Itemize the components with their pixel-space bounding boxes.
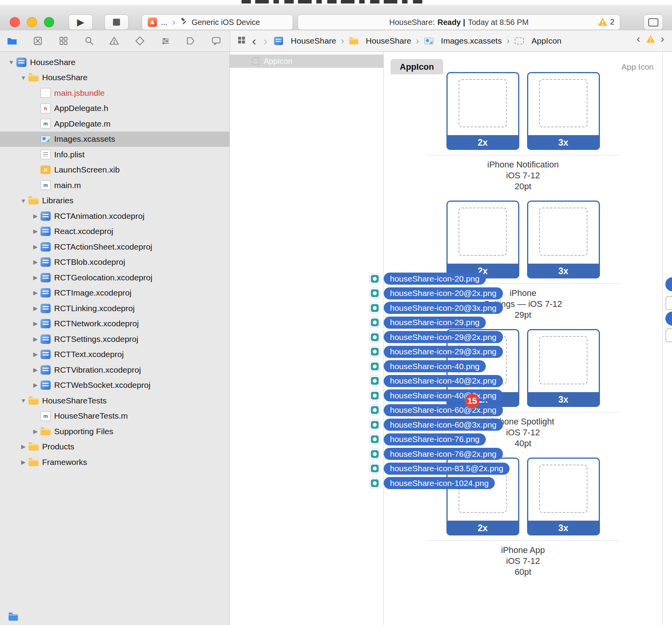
back-chevron[interactable]: ‹: [251, 35, 257, 47]
tree-row-housesharetests-m[interactable]: mHouseShareTests.m: [0, 408, 229, 424]
disclosure-closed-icon[interactable]: ▶: [18, 459, 28, 466]
source-control-navigator-icon[interactable]: [32, 35, 44, 47]
breadcrumb-houseshare[interactable]: HouseShare: [273, 36, 336, 46]
disclosure-closed-icon[interactable]: ▶: [30, 382, 41, 389]
tree-row-rctactionsheet-xcodeproj[interactable]: ▶RCTActionSheet.xcodeproj: [0, 239, 229, 255]
dragged-file-houseshare-icon-29-2x-png[interactable]: houseShare-icon-29@2x.png: [369, 331, 503, 343]
find-navigator-icon[interactable]: [83, 35, 95, 47]
debug-navigator-icon[interactable]: [160, 35, 171, 47]
tree-row-rcttext-xcodeproj[interactable]: ▶RCTText.xcodeproj: [0, 347, 229, 363]
dragged-file-houseshare-icon-60-2x-png[interactable]: houseShare-icon-60@2x.png: [369, 404, 503, 416]
tree-row-rctnetwork-xcodeproj[interactable]: ▶RCTNetwork.xcodeproj: [0, 316, 229, 332]
tree-row-react-xcodeproj[interactable]: ▶React.xcodeproj: [0, 224, 229, 239]
warning-icon[interactable]: [646, 35, 655, 43]
tree-row-main-jsbundle[interactable]: main.jsbundle: [0, 85, 229, 101]
stop-button[interactable]: [104, 14, 129, 30]
dragged-file-houseshare-icon-20-2x-png[interactable]: houseShare-icon-20@2x.png: [369, 287, 503, 299]
tree-row-frameworks[interactable]: ▶Frameworks: [0, 454, 229, 470]
editor-layout-button[interactable]: [644, 14, 663, 30]
tree-row-images-xcassets[interactable]: Images.xcassets: [0, 132, 229, 147]
disclosure-closed-icon[interactable]: ▶: [30, 366, 41, 373]
disclosure-closed-icon[interactable]: ▶: [30, 351, 41, 358]
previous-issue-chevron[interactable]: ‹: [636, 33, 641, 44]
tree-row-rctvibration-xcodeproj[interactable]: ▶RCTVibration.xcodeproj: [0, 362, 229, 378]
disclosure-closed-icon[interactable]: ▶: [30, 336, 41, 343]
dragged-filename-pill: houseShare-icon-76@2x.png: [384, 448, 503, 460]
tree-row-main-m[interactable]: mmain.m: [0, 178, 229, 193]
disclosure-open-icon[interactable]: ▼: [18, 397, 28, 404]
disclosure-closed-icon[interactable]: ▶: [30, 274, 41, 281]
scheme-selector[interactable]: ... › Generic iOS Device: [142, 14, 293, 30]
dragged-file-houseshare-icon-20-png[interactable]: houseShare-icon-20.png: [369, 273, 486, 285]
breadcrumb-images-xcassets[interactable]: Images.xcassets: [424, 36, 502, 46]
tree-row-rctanimation-xcodeproj[interactable]: ▶RCTAnimation.xcodeproj: [0, 208, 229, 224]
dragged-file-houseshare-icon-76-2x-png[interactable]: houseShare-icon-76@2x.png: [369, 448, 503, 460]
activity-status-display[interactable]: HouseShare: Ready | Today at 8:56 PM 2: [298, 14, 620, 30]
disclosure-closed-icon[interactable]: ▶: [30, 243, 41, 250]
tree-row-rctimage-xcodeproj[interactable]: ▶RCTImage.xcodeproj: [0, 285, 229, 301]
tree-row-appdelegate-m[interactable]: mAppDelegate.m: [0, 116, 229, 132]
icon-slot-3x-group-2[interactable]: 3x: [527, 329, 600, 407]
asset-list-item-appicon[interactable]: AppIcon: [230, 55, 383, 68]
tree-row-houseshare[interactable]: ▼HouseShare: [0, 55, 229, 70]
tree-row-rctwebsocket-xcodeproj[interactable]: ▶RCTWebSocket.xcodeproj: [0, 378, 229, 393]
disclosure-closed-icon[interactable]: ▶: [30, 228, 41, 235]
disclosure-closed-icon[interactable]: ▶: [30, 289, 41, 296]
dragged-file-houseshare-icon-76-png[interactable]: houseShare-icon-76.png: [369, 433, 486, 445]
tree-row-appdelegate-h[interactable]: hAppDelegate.h: [0, 101, 229, 116]
disclosure-open-icon[interactable]: ▼: [18, 74, 28, 81]
disclosure-open-icon[interactable]: ▼: [6, 59, 16, 65]
slot-scale-label: 3x: [527, 392, 600, 407]
slot-scale-label: 3x: [527, 521, 600, 535]
tree-row-rctlinking-xcodeproj[interactable]: ▶RCTLinking.xcodeproj: [0, 301, 229, 316]
icon-slot-3x-group-0[interactable]: 3x: [527, 72, 600, 150]
dragged-file-houseshare-icon-1024-png[interactable]: houseShare-icon-1024.png: [369, 477, 495, 489]
disclosure-closed-icon[interactable]: ▶: [30, 259, 41, 266]
dragged-file-houseshare-icon-40-2x-png[interactable]: houseShare-icon-40@2x.png: [369, 375, 503, 387]
icon-slot-2x-group-1[interactable]: 2x: [446, 201, 519, 278]
disclosure-open-icon[interactable]: ▼: [18, 197, 28, 204]
breadcrumb-appicon[interactable]: AppIcon: [514, 36, 561, 46]
breakpoint-navigator-icon[interactable]: [185, 35, 196, 47]
tree-row-libraries[interactable]: ▼Libraries: [0, 193, 229, 209]
disclosure-closed-icon[interactable]: ▶: [30, 428, 41, 435]
status-warning-cluster[interactable]: 2: [598, 17, 614, 26]
related-items-icon[interactable]: [237, 36, 246, 46]
icon-slot-3x-group-1[interactable]: 3x: [527, 201, 600, 278]
tree-row-info-plist[interactable]: Info.plist: [0, 147, 229, 162]
tree-row-rctgeolocation-xcodeproj[interactable]: ▶RCTGeolocation.xcodeproj: [0, 270, 229, 285]
disclosure-closed-icon[interactable]: ▶: [30, 320, 41, 327]
disclosure-closed-icon[interactable]: ▶: [18, 443, 28, 450]
report-navigator-icon[interactable]: [210, 35, 222, 47]
dragged-file-houseshare-icon-20-3x-png[interactable]: houseShare-icon-20@3x.png: [369, 302, 503, 314]
tree-row-products[interactable]: ▶Products: [0, 439, 229, 455]
disclosure-closed-icon[interactable]: ▶: [30, 213, 41, 220]
minimize-window-button[interactable]: [27, 17, 37, 27]
dragged-file-houseshare-icon-40-png[interactable]: houseShare-icon-40.png: [369, 360, 486, 372]
project-navigator-icon[interactable]: [6, 35, 18, 47]
zoom-window-button[interactable]: [44, 17, 54, 27]
tree-row-rctsettings-xcodeproj[interactable]: ▶RCTSettings.xcodeproj: [0, 331, 229, 347]
forward-chevron[interactable]: ›: [263, 35, 268, 47]
breadcrumb-houseshare[interactable]: HouseShare: [349, 36, 411, 46]
issue-navigator-icon[interactable]: [108, 35, 120, 47]
dragged-file-houseshare-icon-60-3x-png[interactable]: houseShare-icon-60@3x.png: [369, 419, 503, 431]
tree-row-houseshare[interactable]: ▼HouseShare: [0, 70, 229, 86]
close-window-button[interactable]: [10, 17, 20, 27]
tree-row-housesharetests[interactable]: ▼HouseShareTests: [0, 393, 229, 408]
dragged-file-houseshare-icon-29-png[interactable]: houseShare-icon-29.png: [369, 317, 486, 329]
test-navigator-icon[interactable]: [134, 35, 146, 47]
dragged-file-houseshare-icon-29-3x-png[interactable]: houseShare-icon-29@3x.png: [369, 346, 503, 358]
filter-folder-icon[interactable]: [9, 614, 18, 621]
run-button[interactable]: ▶: [69, 14, 93, 30]
disclosure-closed-icon[interactable]: ▶: [30, 305, 41, 312]
tree-row-supporting-files[interactable]: ▶Supporting Files: [0, 424, 229, 439]
icon-slot-3x-group-3[interactable]: 3x: [527, 458, 600, 535]
icon-slot-2x-group-0[interactable]: 2x: [446, 72, 519, 150]
tree-row-rctblob-xcodeproj[interactable]: ▶RCTBlob.xcodeproj: [0, 255, 229, 270]
dragged-file-houseshare-icon-83-5-2x-png[interactable]: houseShare-icon-83.5@2x.png: [369, 463, 510, 475]
symbol-navigator-icon[interactable]: [58, 35, 69, 47]
dragged-file-houseshare-icon-40-3x-png[interactable]: houseShare-icon-40@3x.png: [369, 389, 503, 401]
next-issue-chevron[interactable]: ›: [660, 33, 665, 44]
tree-row-launchscreen-xib[interactable]: LaunchScreen.xib: [0, 162, 229, 178]
